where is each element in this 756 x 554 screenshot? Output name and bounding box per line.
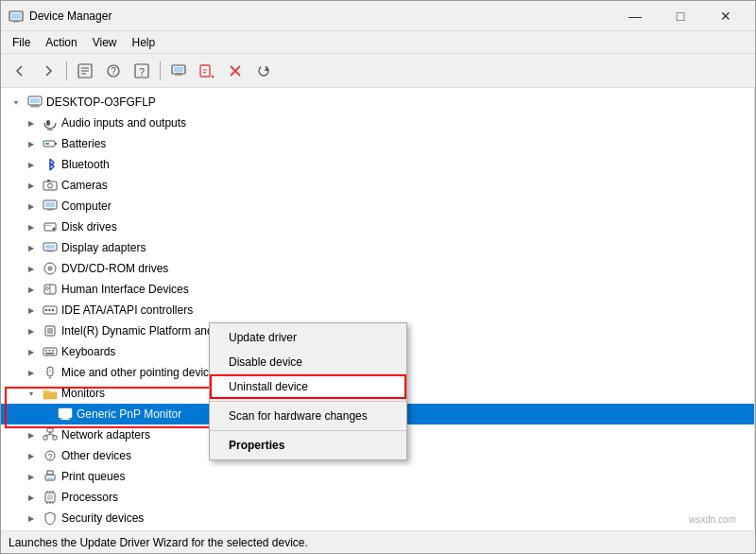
toolbar-forward[interactable] — [35, 58, 61, 84]
tree-displayadapters[interactable]: ▶ Display adapters — [1, 237, 754, 258]
ctx-scan-hardware[interactable]: Scan for hardware changes — [210, 404, 406, 428]
security-icon — [43, 511, 58, 526]
ctx-separator-2 — [210, 430, 406, 431]
svg-rect-14 — [175, 74, 182, 76]
svg-line-16 — [212, 76, 214, 78]
svg-point-32 — [48, 183, 53, 188]
print-icon — [43, 469, 58, 484]
tree-ide[interactable]: ▶ IDE ATA/ATAPI controllers — [1, 300, 754, 320]
mice-label: Mice and other pointing devices — [61, 366, 221, 379]
tree-hid[interactable]: ▶ Human Interface Devices — [1, 279, 754, 300]
toolbar-computer[interactable] — [165, 58, 192, 84]
toolbar-delete[interactable] — [222, 58, 249, 84]
svg-rect-77 — [47, 477, 53, 479]
tree-diskdrives[interactable]: ▶ Disk drives — [1, 216, 754, 237]
keyboards-icon — [43, 344, 58, 359]
tree-security[interactable]: ▶ Security devices — [1, 508, 754, 528]
toolbar-properties[interactable] — [72, 58, 98, 84]
other-icon: ? — [43, 448, 58, 463]
ctx-disable-device[interactable]: Disable device — [210, 350, 406, 374]
computer-expand-icon: ▶ — [24, 199, 39, 214]
svg-rect-56 — [45, 350, 47, 352]
svg-line-71 — [45, 434, 50, 436]
svg-rect-79 — [47, 494, 53, 500]
ide-expand-icon: ▶ — [24, 303, 39, 318]
device-tree[interactable]: ▾ DESKTOP-O3FGFLP ▶ — [1, 88, 755, 530]
ctx-update-driver[interactable]: Update driver — [210, 325, 406, 350]
tree-bluetooth[interactable]: ▶ Bluetooth — [1, 154, 754, 175]
svg-point-51 — [48, 309, 50, 311]
menu-action[interactable]: Action — [38, 34, 84, 51]
svg-point-45 — [49, 268, 51, 269]
network-icon — [43, 427, 58, 442]
close-button[interactable]: ✕ — [704, 3, 747, 29]
svg-rect-65 — [62, 418, 68, 419]
tree-audio[interactable]: ▶ Audio inputs and outputs — [1, 113, 754, 133]
batteries-icon — [43, 136, 58, 151]
toolbar-refresh[interactable] — [250, 58, 277, 84]
svg-rect-58 — [52, 350, 54, 352]
svg-point-38 — [53, 228, 56, 231]
svg-point-50 — [45, 309, 47, 311]
audio-label: Audio inputs and outputs — [61, 116, 186, 130]
tree-software[interactable]: ▶ Software devices — [1, 528, 754, 530]
svg-rect-35 — [45, 202, 55, 207]
toolbar-update[interactable]: ? — [100, 58, 127, 84]
svg-rect-67 — [47, 428, 53, 432]
main-area: ▾ DESKTOP-O3FGFLP ▶ — [1, 88, 755, 530]
svg-text:?: ? — [139, 66, 145, 78]
restore-button[interactable]: □ — [659, 3, 702, 29]
toolbar-back[interactable] — [7, 58, 33, 84]
processors-expand-icon: ▶ — [24, 490, 39, 505]
tree-cameras[interactable]: ▶ Cameras — [1, 175, 754, 196]
svg-rect-22 — [30, 98, 40, 103]
computer-icon — [43, 199, 58, 214]
title-bar: Device Manager — □ ✕ — [1, 1, 755, 31]
intel-icon — [43, 323, 58, 338]
minimize-button[interactable]: — — [613, 3, 657, 29]
keyboards-expand-icon: ▶ — [24, 344, 39, 359]
hid-expand-icon: ▶ — [24, 282, 39, 297]
svg-rect-41 — [45, 245, 55, 249]
tree-print[interactable]: ▶ Print queues — [1, 466, 754, 487]
monitors-expand-icon: ▾ — [24, 386, 39, 401]
processors-label: Processors — [61, 491, 118, 504]
dvd-expand-icon: ▶ — [24, 261, 39, 276]
svg-rect-2 — [13, 21, 19, 23]
svg-rect-64 — [60, 410, 70, 416]
svg-rect-55 — [43, 348, 57, 355]
tree-computer[interactable]: ▶ Computer — [1, 196, 754, 216]
menu-file[interactable]: File — [5, 34, 38, 51]
bluetooth-expand-icon: ▶ — [24, 157, 39, 172]
mice-expand-icon: ▶ — [24, 365, 39, 380]
root-expand-icon: ▾ — [9, 95, 24, 110]
cameras-expand-icon: ▶ — [24, 178, 39, 193]
toolbar: ? ? — [1, 54, 755, 88]
displayadapters-icon — [43, 240, 58, 255]
mice-icon — [43, 365, 58, 380]
generic-expand-icon — [39, 407, 54, 422]
window-controls: — □ ✕ — [613, 3, 747, 29]
toolbar-scan[interactable] — [194, 58, 220, 84]
toolbar-help[interactable]: ? — [129, 58, 155, 84]
svg-rect-66 — [60, 419, 70, 420]
menu-help[interactable]: Help — [125, 34, 163, 51]
svg-line-72 — [50, 434, 55, 436]
tree-batteries[interactable]: ▶ Batteries — [1, 133, 754, 154]
batteries-expand-icon: ▶ — [24, 136, 39, 151]
toolbar-sep-1 — [66, 61, 67, 80]
tree-dvd[interactable]: ▶ DVD/CD-ROM drives — [1, 258, 754, 279]
tree-root[interactable]: ▾ DESKTOP-O3FGFLP — [1, 92, 754, 113]
ctx-uninstall-device[interactable]: Uninstall device — [210, 374, 406, 399]
computer-label: Computer — [61, 199, 112, 213]
intel-expand-icon: ▶ — [24, 323, 39, 338]
menu-view[interactable]: View — [85, 34, 125, 51]
diskdrives-icon — [43, 219, 58, 234]
svg-rect-57 — [49, 350, 51, 352]
monitors-label: Monitors — [61, 387, 105, 400]
ctx-properties[interactable]: Properties — [210, 433, 406, 458]
tree-processors[interactable]: ▶ Processors — [1, 487, 754, 508]
root-computer-icon — [27, 95, 43, 110]
watermark: wsxdn.com — [689, 514, 736, 525]
other-label: Other devices — [61, 449, 131, 462]
